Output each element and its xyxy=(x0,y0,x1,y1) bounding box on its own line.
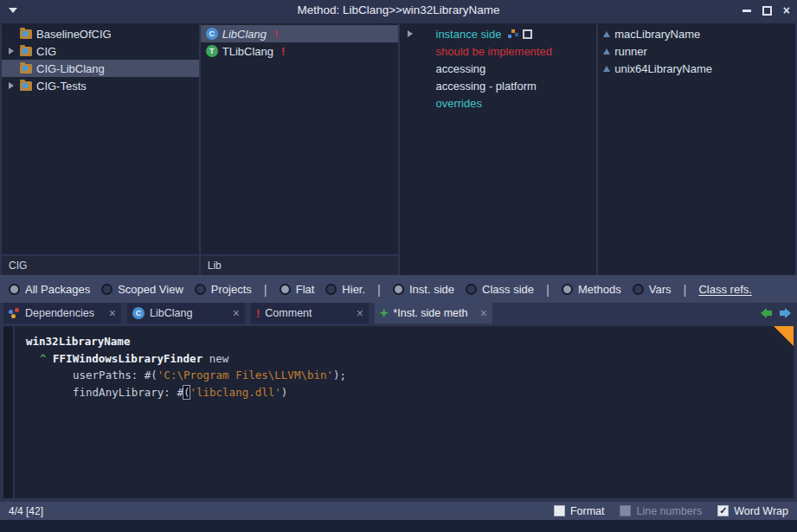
protocol-checkbox[interactable] xyxy=(523,29,532,39)
class-filter-input[interactable]: Lib xyxy=(201,254,398,275)
package-label: BaselineOfCIG xyxy=(36,28,112,41)
nav-back-icon[interactable] xyxy=(761,308,772,318)
code-content[interactable]: win32LibraryName^ FFIWindowsLibraryFinde… xyxy=(15,326,794,498)
code-token: ) xyxy=(281,386,288,399)
class-refs-link[interactable]: Class refs. xyxy=(698,283,751,296)
radio-circle-icon xyxy=(325,284,337,295)
package-row[interactable]: CIG-Tests xyxy=(2,77,199,94)
radio-label: Scoped View xyxy=(118,283,183,296)
protocol-label: accessing - platform xyxy=(436,80,537,93)
unsaved-changes-corner-icon xyxy=(774,326,794,346)
radio-projects[interactable]: Projects xyxy=(195,283,252,296)
code-token: ^ xyxy=(40,352,47,365)
window-title: Method: LibClang>>win32LibraryName xyxy=(0,0,797,21)
tab-dependencies[interactable]: Dependencies× xyxy=(3,303,121,324)
checkbox-format[interactable]: Format xyxy=(554,505,605,517)
class-row[interactable]: CLibClang! xyxy=(201,25,398,42)
protocol-label: should be implemented xyxy=(436,45,552,58)
protocol-label: instance side xyxy=(436,28,502,41)
method-row[interactable]: macLibraryName xyxy=(598,25,795,42)
nav-back-tail xyxy=(767,311,772,316)
radio-circle-icon xyxy=(562,284,573,295)
code-editor[interactable]: win32LibraryName^ FFIWindowsLibraryFinde… xyxy=(3,326,794,498)
radio-label: Class side xyxy=(482,283,534,296)
method-row[interactable]: runner xyxy=(598,42,795,60)
package-label: CIG xyxy=(36,45,56,58)
error-badge: ! xyxy=(274,28,278,41)
checkbox-word-wrap[interactable]: Word Wrap xyxy=(717,505,788,517)
separator: | xyxy=(545,282,550,297)
tab-label: LibClang xyxy=(150,307,228,319)
radio-class-side[interactable]: Class side xyxy=(466,283,534,296)
expand-arrow-icon[interactable] xyxy=(9,82,14,89)
minimize-button[interactable] xyxy=(742,10,751,12)
minimize-icon xyxy=(742,10,751,12)
radio-circle-icon xyxy=(9,284,20,295)
dependencies-icon xyxy=(9,308,20,318)
tab-close-icon[interactable]: × xyxy=(357,307,363,319)
checkbox-label: Line numbers xyxy=(636,505,702,517)
radio-circle-icon xyxy=(466,284,477,295)
override-up-icon xyxy=(603,48,610,54)
method-row[interactable]: unix64LibraryName xyxy=(598,60,795,77)
package-folder-icon xyxy=(20,81,32,91)
radio-flat[interactable]: Flat xyxy=(280,283,315,296)
radio-label: Vars xyxy=(649,283,672,296)
protocols-panel: instance sideshould be implementedaccess… xyxy=(400,23,597,275)
expand-arrow-icon[interactable] xyxy=(9,48,14,54)
protocol-row[interactable]: should be implemented xyxy=(400,42,597,60)
tab-close-icon[interactable]: × xyxy=(109,307,116,319)
method-label: runner xyxy=(614,45,647,58)
warning-icon: ! xyxy=(256,307,260,320)
radio-methods[interactable]: Methods xyxy=(562,283,621,296)
checkbox-label: Word Wrap xyxy=(734,505,788,517)
methods-list: macLibraryNamerunnerunix64LibraryName xyxy=(598,23,795,275)
editor-gutter xyxy=(3,326,15,498)
tab-comment[interactable]: !Comment× xyxy=(251,303,369,324)
class-row[interactable]: TTLibClang! xyxy=(201,42,398,60)
maximize-icon xyxy=(762,6,772,16)
expand-arrow-icon[interactable] xyxy=(408,30,413,37)
radio-hier[interactable]: Hier. xyxy=(325,283,365,296)
radio-label: Hier. xyxy=(342,283,365,296)
package-row[interactable]: CIG xyxy=(2,42,199,60)
classes-panel: CLibClang!TTLibClang! Lib xyxy=(201,23,398,275)
protocols-list: instance sideshould be implementedaccess… xyxy=(400,23,597,275)
nav-forward-icon[interactable] xyxy=(780,308,791,318)
package-row[interactable]: BaselineOfCIG xyxy=(2,25,199,42)
browser-panes: BaselineOfCIGCIGCIG-LibClangCIG-Tests CI… xyxy=(0,21,797,275)
plus-icon: + xyxy=(380,306,388,320)
radio-scoped-view[interactable]: Scoped View xyxy=(101,283,183,296)
method-label: unix64LibraryName xyxy=(614,62,712,75)
tab-libclang[interactable]: CLibClang× xyxy=(127,303,245,324)
code-token: ); xyxy=(333,369,346,381)
tab-close-icon[interactable]: × xyxy=(233,307,240,319)
package-filter-input[interactable]: CIG xyxy=(2,254,199,275)
radio-circle-icon xyxy=(280,284,291,295)
radio-toolbar: All PackagesScoped ViewProjects|FlatHier… xyxy=(0,275,797,303)
radio-all-packages[interactable]: All Packages xyxy=(9,283,90,296)
close-button[interactable]: × xyxy=(783,4,790,16)
nav-back-triangle xyxy=(761,308,767,318)
nav-forward-triangle xyxy=(785,308,791,318)
package-folder-icon xyxy=(20,64,32,74)
title-bar: Method: LibClang>>win32LibraryName × xyxy=(0,0,797,21)
tab-inst-side-meth[interactable]: +*Inst. side meth× xyxy=(375,303,492,324)
code-line: userPaths: #('C:\Program Files\LLVM\bin'… xyxy=(26,367,794,384)
protocol-row[interactable]: instance side xyxy=(400,25,597,42)
tab-close-icon[interactable]: × xyxy=(480,307,487,319)
protocol-row[interactable]: overrides xyxy=(400,94,597,112)
radio-vars[interactable]: Vars xyxy=(633,283,672,296)
code-token: new xyxy=(202,352,228,365)
code-line: win32LibraryName xyxy=(26,333,794,350)
separator: | xyxy=(683,282,688,297)
code-token: 'libclang.dll' xyxy=(190,386,280,399)
package-label: CIG-LibClang xyxy=(36,62,105,75)
code-token xyxy=(47,352,54,365)
package-row[interactable]: CIG-LibClang xyxy=(2,60,199,77)
window-controls: × xyxy=(742,0,790,21)
maximize-button[interactable] xyxy=(762,6,772,16)
protocol-row[interactable]: accessing xyxy=(400,60,597,77)
protocol-row[interactable]: accessing - platform xyxy=(400,77,597,94)
radio-inst-side[interactable]: Inst. side xyxy=(393,283,454,296)
